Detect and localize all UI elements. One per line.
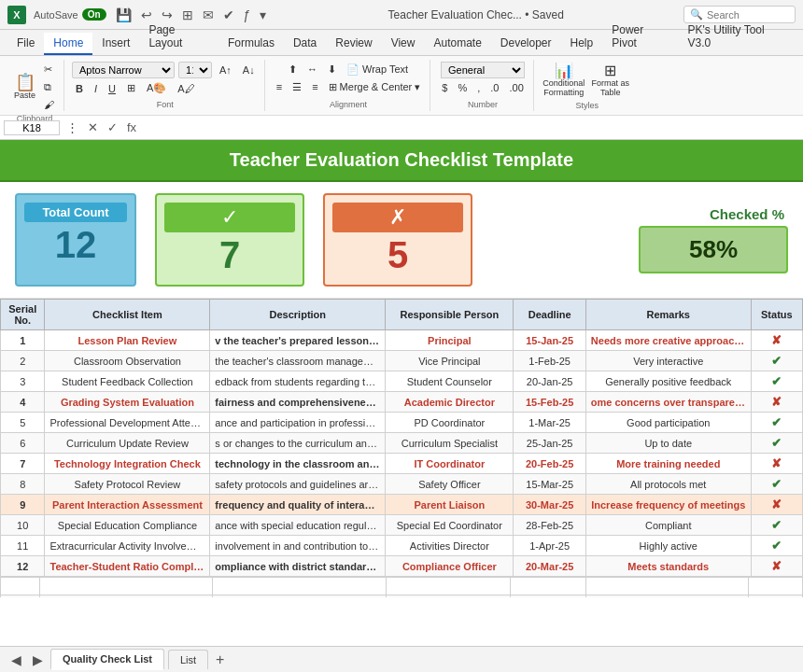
formula-input[interactable] [143, 122, 799, 133]
cell-person[interactable]: Vice Principal [386, 351, 514, 371]
cell-status[interactable]: ✘ [751, 556, 802, 577]
cell-status[interactable]: ✘ [751, 330, 802, 351]
tab-developer[interactable]: Developer [491, 33, 561, 55]
cell-status[interactable]: ✘ [751, 454, 802, 474]
cell-desc[interactable]: edback from students regarding the teach… [210, 371, 386, 392]
format-painter-button[interactable]: 🖌 [40, 97, 58, 112]
cell-person[interactable]: IT Coordinator [386, 454, 514, 474]
tab-page-layout[interactable]: Page Layout [139, 20, 218, 55]
cell-serial[interactable]: 4 [1, 392, 45, 413]
cell-deadline[interactable]: 1-Apr-25 [514, 536, 585, 556]
cell-person[interactable]: Special Ed Coordinator [386, 515, 514, 536]
cell-status[interactable]: ✔ [751, 474, 802, 495]
cell-item[interactable]: Extracurricular Activity Involvement [45, 536, 210, 556]
cell-person[interactable]: Safety Officer [386, 474, 514, 495]
tab-home[interactable]: Home [44, 33, 92, 55]
tab-data[interactable]: Data [284, 33, 326, 55]
align-center-button[interactable]: ☰ [289, 79, 305, 95]
cut-button[interactable]: ✂ [40, 62, 58, 77]
cell-item[interactable]: Lesson Plan Review [45, 330, 210, 351]
cell-desc[interactable]: v the teacher's prepared lesson plans fo… [210, 330, 386, 351]
tab-pks-utility[interactable]: PK's Utility Tool V3.0 [679, 20, 796, 55]
cell-deadline[interactable]: 28-Feb-25 [514, 515, 585, 536]
tab-help[interactable]: Help [561, 33, 603, 55]
cell-item[interactable]: Professional Development Attendance [45, 413, 210, 433]
cell-serial[interactable]: 10 [1, 515, 45, 536]
currency-button[interactable]: $ [438, 80, 451, 95]
cell-deadline[interactable]: 30-Mar-25 [514, 495, 585, 515]
tab-file[interactable]: File [7, 33, 44, 55]
cell-reference[interactable] [4, 120, 60, 135]
tab-formulas[interactable]: Formulas [218, 33, 284, 55]
cell-item[interactable]: Special Education Compliance [45, 515, 210, 536]
cell-deadline[interactable]: 15-Feb-25 [514, 392, 585, 413]
increase-decimal-button[interactable]: .0 [486, 80, 502, 95]
tab-automate[interactable]: Automate [424, 33, 490, 55]
cell-desc[interactable]: safety protocols and guidelines are foll… [210, 474, 386, 495]
cell-remarks[interactable]: Compliant [585, 515, 751, 536]
cell-desc[interactable]: s or changes to the curriculum and how w… [210, 433, 386, 454]
align-left-button[interactable]: ≡ [273, 79, 286, 95]
decrease-decimal-button[interactable]: .00 [505, 80, 527, 95]
cell-item[interactable]: Parent Interaction Assessment [45, 495, 210, 515]
cell-person[interactable]: Student Counselor [386, 371, 514, 392]
cell-deadline[interactable]: 20-Feb-25 [514, 454, 585, 474]
cell-item[interactable]: Teacher-Student Ratio Compliance [45, 556, 210, 577]
comma-button[interactable]: , [473, 80, 484, 95]
cell-status[interactable]: ✔ [751, 413, 802, 433]
cell-remarks[interactable]: All protocols met [585, 474, 751, 495]
cell-remarks[interactable]: Up to date [585, 433, 751, 454]
tab-review[interactable]: Review [326, 33, 381, 55]
cell-person[interactable]: Activities Director [386, 536, 514, 556]
decrease-font-button[interactable]: A↓ [239, 63, 259, 77]
cell-remarks[interactable]: Needs more creative approaches [585, 330, 751, 351]
cell-item[interactable]: Safety Protocol Review [45, 474, 210, 495]
fx-btn[interactable]: fx [124, 120, 139, 134]
align-middle-button[interactable]: ↔ [303, 62, 321, 77]
cell-status[interactable]: ✔ [751, 536, 802, 556]
increase-font-button[interactable]: A↑ [216, 63, 235, 77]
save-icon[interactable]: 💾 [114, 6, 134, 24]
tab-view[interactable]: View [382, 33, 425, 55]
cell-desc[interactable]: ompliance with district standards for te… [210, 556, 386, 577]
cell-remarks[interactable]: Highly active [585, 536, 751, 556]
cell-remarks[interactable]: ome concerns over transparenc [585, 392, 751, 413]
autosave-toggle[interactable]: On [82, 8, 106, 21]
paste-button[interactable]: 📋Paste [11, 72, 38, 102]
font-size-select[interactable]: 11 [178, 62, 212, 78]
search-input[interactable] [707, 9, 782, 21]
cell-status[interactable]: ✘ [751, 392, 802, 413]
cell-serial[interactable]: 5 [1, 413, 45, 433]
underline-button[interactable]: U [105, 81, 120, 96]
cell-desc[interactable]: the teacher's classroom management and t… [210, 351, 386, 371]
cell-item[interactable]: Technology Integration Check [45, 454, 210, 474]
cell-person[interactable]: Curriculum Specialist [386, 433, 514, 454]
cell-status[interactable]: ✘ [751, 495, 802, 515]
italic-button[interactable]: I [91, 81, 101, 96]
cell-item[interactable]: Grading System Evaluation [45, 392, 210, 413]
cell-desc[interactable]: fairness and comprehensiveness of the gr… [210, 392, 386, 413]
font-color-button[interactable]: A🖊 [174, 81, 198, 96]
cell-person[interactable]: Principal [386, 330, 514, 351]
conditional-formatting-button[interactable]: 📊 ConditionalFormatting [542, 62, 586, 99]
number-format-select[interactable]: General [441, 62, 525, 78]
wrap-text-button[interactable]: 📄 Wrap Text [343, 62, 412, 77]
cell-person[interactable]: Academic Director [386, 392, 514, 413]
cell-deadline[interactable]: 15-Mar-25 [514, 474, 585, 495]
bold-button[interactable]: B [72, 81, 87, 96]
cell-remarks[interactable]: Increase frequency of meetings [585, 495, 751, 515]
cell-desc[interactable]: technology in the classroom and its inte… [210, 454, 386, 474]
cell-serial[interactable]: 11 [1, 536, 45, 556]
cell-desc[interactable]: ance and participation in professional d… [210, 413, 386, 433]
cell-deadline[interactable]: 20-Mar-25 [514, 556, 585, 577]
cell-serial[interactable]: 1 [1, 330, 45, 351]
cell-deadline[interactable]: 20-Jan-25 [514, 371, 585, 392]
tab-insert[interactable]: Insert [92, 33, 139, 55]
tab-power-pivot[interactable]: Power Pivot [602, 20, 678, 55]
cell-person[interactable]: Parent Liaison [386, 495, 514, 515]
align-right-button[interactable]: ≡ [308, 79, 321, 95]
fill-color-button[interactable]: A🎨 [143, 80, 170, 96]
cell-item[interactable]: Student Feedback Collection [45, 371, 210, 392]
format-as-table-button[interactable]: ⊞ Format asTable [588, 62, 633, 99]
align-top-button[interactable]: ⬆ [285, 62, 301, 77]
